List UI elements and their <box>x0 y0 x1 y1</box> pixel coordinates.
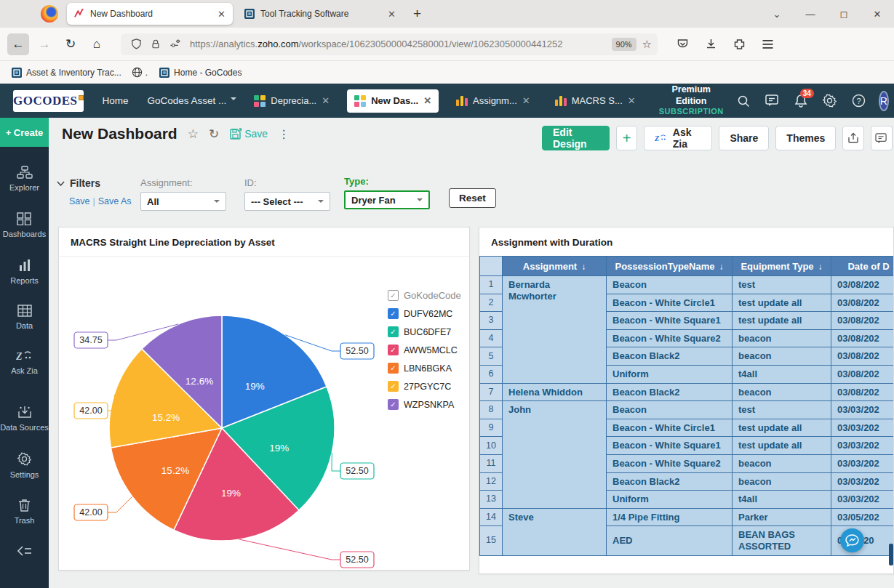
possession-cell[interactable]: Beacon - White Square2 <box>607 329 733 347</box>
sidebar-item-data[interactable]: Data <box>16 305 33 331</box>
assignment-cell[interactable]: John <box>503 401 607 509</box>
menu-hamburger-icon[interactable] <box>762 39 774 49</box>
date-cell[interactable]: 03/08/202 <box>831 276 894 294</box>
nav-home-link[interactable]: Home <box>103 95 129 106</box>
pocket-icon[interactable] <box>677 39 689 50</box>
checkbox-icon[interactable]: ✓ <box>388 326 399 337</box>
checkbox-icon[interactable]: ✓ <box>388 363 399 374</box>
checkbox-icon[interactable]: ✓ <box>388 290 399 301</box>
assignment-table[interactable]: Assignment↓PossessionTypeName↓Equipment … <box>479 256 894 556</box>
date-cell[interactable]: 03/03/202 <box>831 491 894 509</box>
legend-item[interactable]: ✓DUFV62MC <box>388 308 461 319</box>
equipment-cell[interactable]: Parker <box>733 508 831 526</box>
date-cell[interactable]: 03/05/202 <box>831 508 894 526</box>
support-chat-bubble[interactable] <box>840 528 864 552</box>
sidebar-item-ask-zia[interactable]: ZAsk Zia <box>11 350 38 376</box>
table-row[interactable]: 14Steve1/4 Pipe FittingParker03/05/202 <box>480 508 894 526</box>
assignment-cell[interactable]: Bernarda Mcwhorter <box>503 276 607 384</box>
globe-icon[interactable] <box>132 67 143 78</box>
notifications-bell-icon[interactable]: 34 <box>794 94 807 108</box>
possession-cell[interactable]: Beacon - White Circle1 <box>607 294 733 312</box>
equipment-cell[interactable]: BEAN BAGS ASSORTED <box>733 526 831 555</box>
filter-save-as-link[interactable]: Save As <box>98 196 132 206</box>
possession-cell[interactable]: Uniform <box>607 491 733 509</box>
user-avatar[interactable]: R <box>879 91 889 111</box>
assignment-cell[interactable]: Helena Whiddon <box>503 383 607 401</box>
possession-cell[interactable]: Beacon <box>607 401 733 419</box>
ask-zia-button[interactable]: Z Ask Zia <box>644 126 712 150</box>
new-tab-button[interactable]: + <box>413 6 421 22</box>
sidebar-item-trash[interactable]: Trash <box>15 499 35 526</box>
export-button[interactable] <box>842 126 864 150</box>
bookmark-item[interactable]: Asset & Inventory Trac... <box>12 68 121 78</box>
possession-cell[interactable]: 1/4 Pipe Fitting <box>607 508 733 526</box>
close-tab-icon[interactable]: ✕ <box>423 95 431 106</box>
reload-button[interactable]: ↻ <box>60 33 81 55</box>
save-button[interactable]: ✱ Save <box>229 128 268 140</box>
possession-cell[interactable]: Beacon - White Square1 <box>607 437 733 455</box>
table-scrollbar-thumb[interactable] <box>889 544 893 565</box>
sort-desc-icon[interactable]: ↓ <box>581 262 586 272</box>
sidebar-item-explorer[interactable]: Explorer <box>9 166 39 193</box>
possession-cell[interactable]: Beacon - White Square1 <box>607 312 733 330</box>
close-tab-icon[interactable]: ✕ <box>522 95 530 106</box>
browser-tab[interactable]: Tool Tracking Software✕ <box>237 3 403 25</box>
sidebar-item-reports[interactable]: Reports <box>10 259 39 286</box>
checkbox-icon[interactable]: ✓ <box>388 345 399 355</box>
favorite-star-icon[interactable]: ☆ <box>188 126 199 142</box>
collapse-sidebar-icon[interactable] <box>17 545 32 557</box>
filter-select[interactable]: Dryer Fan <box>344 190 430 209</box>
address-bar[interactable]: https://analytics.zoho.com/workspace/106… <box>121 33 658 55</box>
search-icon[interactable] <box>737 94 750 108</box>
date-cell[interactable]: 03/03/202 <box>831 419 894 437</box>
close-tab-icon[interactable]: ✕ <box>388 9 396 20</box>
home-button[interactable]: ⌂ <box>86 33 108 55</box>
date-cell[interactable]: 03/08/202 <box>831 329 894 347</box>
possession-cell[interactable]: Beacon - White Square2 <box>607 454 733 472</box>
legend-item[interactable]: ✓WZPSNKPA <box>388 399 461 410</box>
equipment-cell[interactable]: t4all <box>733 365 831 383</box>
url-text[interactable]: https://analytics.zoho.com/workspace/106… <box>190 39 606 49</box>
sidebar-item-settings[interactable]: Settings <box>10 452 39 480</box>
filters-toggle[interactable]: Filters <box>57 177 100 189</box>
checkbox-icon[interactable]: ✓ <box>388 381 399 392</box>
possession-cell[interactable]: Uniform <box>607 365 733 383</box>
column-header-assignment[interactable]: Assignment↓ <box>503 257 607 276</box>
more-options-icon[interactable]: ⋮ <box>278 127 290 141</box>
assignment-cell[interactable]: Steve <box>503 508 607 555</box>
add-view-button[interactable]: + <box>616 126 638 150</box>
edit-design-button[interactable]: Edit Design <box>542 126 610 150</box>
legend-header[interactable]: ✓GoKodeCode <box>388 290 461 301</box>
filter-select[interactable]: --- Select --- <box>244 192 330 211</box>
settings-gear-icon[interactable] <box>823 94 837 108</box>
possession-cell[interactable]: Beacon <box>607 276 733 294</box>
table-row[interactable]: 7Helena WhiddonBeacon Black2beacon03/08/… <box>480 383 894 401</box>
filter-select[interactable]: All <box>140 192 226 211</box>
close-window-button[interactable]: ✕ <box>861 9 894 20</box>
minimize-button[interactable]: — <box>794 9 827 20</box>
reset-button[interactable]: Reset <box>449 188 496 208</box>
equipment-cell[interactable]: test update all <box>733 312 831 330</box>
sidebar-item-data-sources[interactable]: Data Sources <box>0 406 49 433</box>
close-tab-icon[interactable]: ✕ <box>217 9 226 20</box>
date-cell[interactable]: 03/03/202 <box>831 401 894 419</box>
column-header-date-of-d[interactable]: Date of D↓ <box>831 257 894 276</box>
equipment-cell[interactable]: beacon <box>733 329 831 347</box>
themes-button[interactable]: Themes <box>775 126 836 150</box>
date-cell[interactable]: 03/03/202 <box>831 454 894 472</box>
sort-desc-icon[interactable]: ↓ <box>818 262 823 272</box>
shield-icon[interactable] <box>131 39 142 49</box>
pie-chart[interactable]: 52.5019%52.5019%52.5019%42.0015.2%42.001… <box>62 290 382 573</box>
legend-item[interactable]: ✓BUC6DFE7 <box>388 326 461 337</box>
refresh-icon[interactable]: ↻ <box>209 126 219 142</box>
equipment-cell[interactable]: t4all <box>733 491 831 509</box>
possession-cell[interactable]: Beacon Black2 <box>607 383 733 401</box>
possession-cell[interactable]: Beacon Black2 <box>607 347 733 366</box>
browser-tab[interactable]: New Dashboard✕ <box>67 3 233 25</box>
equipment-cell[interactable]: beacon <box>733 454 831 472</box>
view-tab[interactable]: New Das...✕ <box>347 89 439 113</box>
subscription-link[interactable]: SUBSCRIPTION <box>659 107 724 117</box>
view-tab[interactable]: Deprecia...✕ <box>247 89 337 113</box>
checkbox-icon[interactable]: ✓ <box>388 308 399 319</box>
firefox-icon[interactable] <box>41 5 58 23</box>
